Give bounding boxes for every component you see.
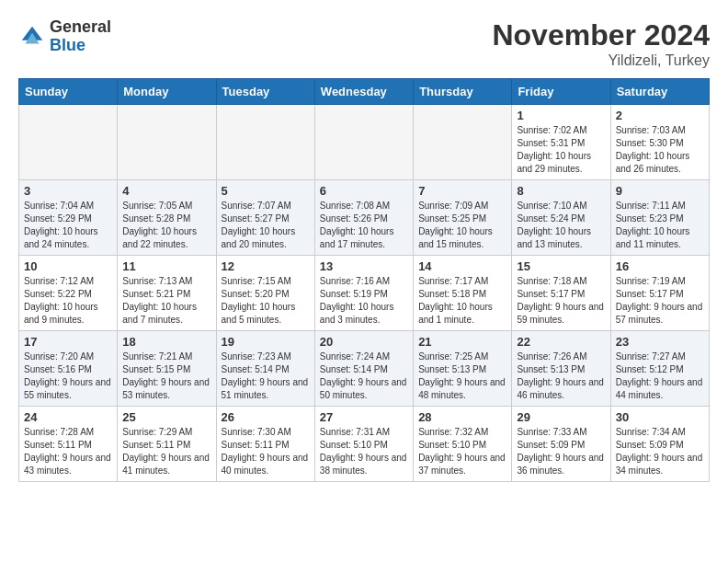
calendar-cell: 27Sunrise: 7:31 AM Sunset: 5:10 PM Dayli…: [314, 407, 413, 482]
day-number: 29: [517, 410, 605, 424]
day-info: Sunrise: 7:27 AM Sunset: 5:12 PM Dayligh…: [616, 350, 704, 402]
day-number: 22: [517, 335, 605, 349]
day-number: 21: [418, 335, 506, 349]
day-number: 13: [320, 259, 408, 273]
day-number: 6: [320, 184, 408, 198]
calendar-cell: 28Sunrise: 7:32 AM Sunset: 5:10 PM Dayli…: [414, 407, 512, 482]
day-number: 1: [517, 109, 605, 122]
day-number: 28: [418, 410, 506, 424]
calendar-cell: 19Sunrise: 7:23 AM Sunset: 5:14 PM Dayli…: [216, 331, 314, 407]
logo-general: General: [50, 17, 111, 36]
day-info: Sunrise: 7:28 AM Sunset: 5:11 PM Dayligh…: [24, 426, 112, 477]
day-number: 14: [418, 259, 506, 273]
calendar-cell: 16Sunrise: 7:19 AM Sunset: 5:17 PM Dayli…: [610, 256, 709, 331]
calendar-cell: 17Sunrise: 7:20 AM Sunset: 5:16 PM Dayli…: [19, 331, 118, 407]
day-info: Sunrise: 7:07 AM Sunset: 5:27 PM Dayligh…: [222, 200, 310, 251]
day-number: 15: [517, 259, 605, 273]
day-number: 16: [616, 259, 704, 273]
day-number: 5: [222, 184, 310, 198]
day-number: 20: [320, 335, 408, 349]
calendar-cell: 14Sunrise: 7:17 AM Sunset: 5:18 PM Dayli…: [414, 256, 512, 331]
day-info: Sunrise: 7:05 AM Sunset: 5:28 PM Dayligh…: [122, 200, 210, 251]
calendar-cell: 10Sunrise: 7:12 AM Sunset: 5:22 PM Dayli…: [19, 256, 118, 331]
calendar-cell: 11Sunrise: 7:13 AM Sunset: 5:21 PM Dayli…: [118, 256, 216, 331]
calendar-cell: 6Sunrise: 7:08 AM Sunset: 5:26 PM Daylig…: [314, 180, 413, 256]
day-info: Sunrise: 7:15 AM Sunset: 5:20 PM Dayligh…: [222, 275, 310, 327]
calendar-cell: 7Sunrise: 7:09 AM Sunset: 5:25 PM Daylig…: [414, 180, 512, 256]
calendar-cell: 25Sunrise: 7:29 AM Sunset: 5:11 PM Dayli…: [118, 407, 216, 482]
day-info: Sunrise: 7:24 AM Sunset: 5:14 PM Dayligh…: [320, 350, 408, 402]
day-info: Sunrise: 7:30 AM Sunset: 5:11 PM Dayligh…: [222, 426, 310, 477]
calendar-cell: 2Sunrise: 7:03 AM Sunset: 5:30 PM Daylig…: [610, 105, 709, 180]
day-number: 3: [24, 184, 112, 198]
logo-text: General Blue: [50, 18, 111, 55]
day-number: 24: [24, 410, 112, 424]
logo-blue: Blue: [50, 36, 85, 54]
calendar-cell: 21Sunrise: 7:25 AM Sunset: 5:13 PM Dayli…: [414, 331, 512, 407]
calendar-cell: 4Sunrise: 7:05 AM Sunset: 5:28 PM Daylig…: [118, 180, 216, 256]
day-number: 11: [122, 259, 210, 273]
day-info: Sunrise: 7:11 AM Sunset: 5:23 PM Dayligh…: [616, 200, 704, 251]
day-number: 25: [122, 410, 210, 424]
day-info: Sunrise: 7:32 AM Sunset: 5:10 PM Dayligh…: [418, 426, 506, 477]
calendar-cell: 5Sunrise: 7:07 AM Sunset: 5:27 PM Daylig…: [216, 180, 314, 256]
day-number: 8: [517, 184, 605, 198]
day-number: 23: [616, 335, 704, 349]
day-header-wednesday: Wednesday: [314, 79, 413, 105]
day-number: 18: [122, 335, 210, 349]
day-number: 9: [616, 184, 704, 198]
week-row-1: 1Sunrise: 7:02 AM Sunset: 5:31 PM Daylig…: [19, 105, 710, 180]
calendar-cell: [216, 105, 314, 180]
day-info: Sunrise: 7:25 AM Sunset: 5:13 PM Dayligh…: [418, 350, 506, 402]
calendar-cell: 22Sunrise: 7:26 AM Sunset: 5:13 PM Dayli…: [512, 331, 610, 407]
day-info: Sunrise: 7:21 AM Sunset: 5:15 PM Dayligh…: [122, 350, 210, 402]
day-number: 17: [24, 335, 112, 349]
calendar-cell: 23Sunrise: 7:27 AM Sunset: 5:12 PM Dayli…: [610, 331, 709, 407]
day-info: Sunrise: 7:09 AM Sunset: 5:25 PM Dayligh…: [418, 200, 506, 251]
day-info: Sunrise: 7:23 AM Sunset: 5:14 PM Dayligh…: [222, 350, 310, 402]
day-number: 19: [222, 335, 310, 349]
week-row-4: 17Sunrise: 7:20 AM Sunset: 5:16 PM Dayli…: [19, 331, 710, 407]
day-header-tuesday: Tuesday: [216, 79, 314, 105]
day-info: Sunrise: 7:29 AM Sunset: 5:11 PM Dayligh…: [122, 426, 210, 477]
calendar-cell: 13Sunrise: 7:16 AM Sunset: 5:19 PM Dayli…: [314, 256, 413, 331]
calendar-cell: 8Sunrise: 7:10 AM Sunset: 5:24 PM Daylig…: [512, 180, 610, 256]
day-info: Sunrise: 7:20 AM Sunset: 5:16 PM Dayligh…: [24, 350, 112, 402]
location: Yildizeli, Turkey: [492, 52, 710, 69]
day-header-monday: Monday: [118, 79, 216, 105]
day-number: 12: [222, 259, 310, 273]
calendar-cell: 26Sunrise: 7:30 AM Sunset: 5:11 PM Dayli…: [216, 407, 314, 482]
day-header-friday: Friday: [512, 79, 610, 105]
day-header-sunday: Sunday: [19, 79, 118, 105]
day-info: Sunrise: 7:16 AM Sunset: 5:19 PM Dayligh…: [320, 275, 408, 327]
calendar-cell: 1Sunrise: 7:02 AM Sunset: 5:31 PM Daylig…: [512, 105, 610, 180]
day-info: Sunrise: 7:04 AM Sunset: 5:29 PM Dayligh…: [24, 200, 112, 251]
day-info: Sunrise: 7:12 AM Sunset: 5:22 PM Dayligh…: [24, 275, 112, 327]
week-row-5: 24Sunrise: 7:28 AM Sunset: 5:11 PM Dayli…: [19, 407, 710, 482]
day-number: 4: [122, 184, 210, 198]
day-info: Sunrise: 7:26 AM Sunset: 5:13 PM Dayligh…: [517, 350, 605, 402]
day-info: Sunrise: 7:10 AM Sunset: 5:24 PM Dayligh…: [517, 200, 605, 251]
calendar-cell: 3Sunrise: 7:04 AM Sunset: 5:29 PM Daylig…: [19, 180, 118, 256]
day-number: 2: [616, 109, 704, 122]
header-row: SundayMondayTuesdayWednesdayThursdayFrid…: [19, 79, 710, 105]
calendar-cell: [118, 105, 216, 180]
calendar-cell: 18Sunrise: 7:21 AM Sunset: 5:15 PM Dayli…: [118, 331, 216, 407]
day-header-saturday: Saturday: [610, 79, 709, 105]
calendar-cell: 24Sunrise: 7:28 AM Sunset: 5:11 PM Dayli…: [19, 407, 118, 482]
day-info: Sunrise: 7:31 AM Sunset: 5:10 PM Dayligh…: [320, 426, 408, 477]
day-number: 30: [616, 410, 704, 424]
calendar-cell: [414, 105, 512, 180]
day-number: 26: [222, 410, 310, 424]
day-info: Sunrise: 7:17 AM Sunset: 5:18 PM Dayligh…: [418, 275, 506, 327]
calendar-cell: [314, 105, 413, 180]
calendar-cell: 9Sunrise: 7:11 AM Sunset: 5:23 PM Daylig…: [610, 180, 709, 256]
day-info: Sunrise: 7:19 AM Sunset: 5:17 PM Dayligh…: [616, 275, 704, 327]
calendar-cell: 30Sunrise: 7:34 AM Sunset: 5:09 PM Dayli…: [610, 407, 709, 482]
month-title: November 2024: [492, 18, 710, 52]
calendar-cell: [19, 105, 118, 180]
day-header-thursday: Thursday: [414, 79, 512, 105]
day-number: 7: [418, 184, 506, 198]
day-number: 10: [24, 259, 112, 273]
day-info: Sunrise: 7:03 AM Sunset: 5:30 PM Dayligh…: [616, 124, 704, 176]
